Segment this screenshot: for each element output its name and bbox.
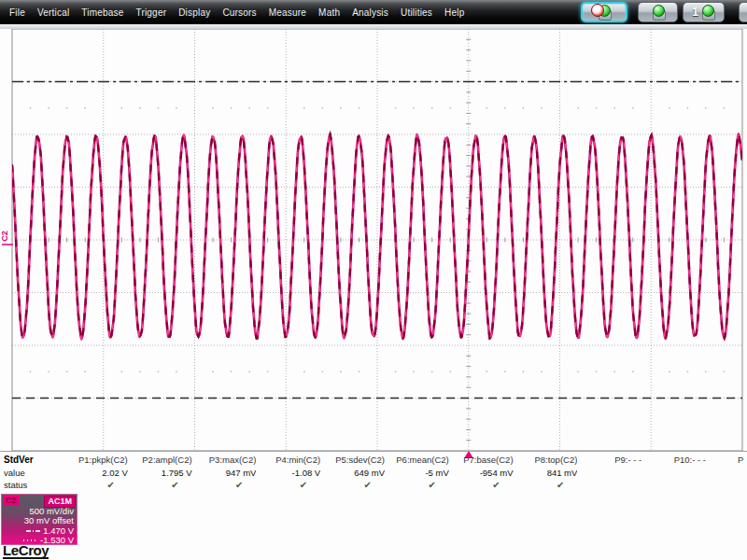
measure-p3-header[interactable]: P3:max(C2) [192, 455, 257, 466]
measure-p11-header-clipped[interactable]: P [738, 455, 743, 465]
menu-items: File Vertical Timebase Trigger Display C… [0, 7, 476, 18]
measure-p2-header[interactable]: P2:ampl(C2) [128, 455, 192, 466]
measure-p4-header[interactable]: P4:min(C2) [256, 455, 320, 466]
measure-p5-status: ✔ [320, 480, 385, 491]
measure-p9-value [577, 468, 641, 479]
measure-p7-header[interactable]: P7:base(C2) [449, 455, 514, 466]
measure-p1-value: 2.02 V [63, 468, 128, 479]
measure-p5-header[interactable]: P5:sdev(C2) [320, 455, 385, 466]
measure-header-row: StdVer P1:pkpk(C2) P2:ampl(C2) P3:max(C2… [0, 455, 747, 466]
measure-status-row: status ✔ ✔ ✔ ✔ ✔ ✔ ✔ ✔ [0, 480, 747, 491]
menu-analysis[interactable]: Analysis [352, 7, 388, 18]
measure-p2-value: 1.795 V [128, 468, 192, 479]
measure-p1-header[interactable]: P1:pkpk(C2) [63, 455, 128, 466]
menu-math[interactable]: Math [318, 7, 340, 18]
measure-p4-value: -1.08 V [256, 468, 320, 479]
measure-p8-value: 841 mV [514, 468, 578, 479]
measure-p10-value [641, 468, 706, 479]
clipped-toolbar-button[interactable] [739, 2, 747, 22]
measure-p4-status: ✔ [256, 480, 320, 491]
measure-p5-value: 649 mV [320, 468, 385, 479]
channel-c2-descriptor[interactable]: C2 AC1M 500 mV/div 30 mV offset 1.470 V … [1, 494, 78, 545]
status-row-label: status [0, 480, 63, 491]
menu-bar: File Vertical Timebase Trigger Display C… [0, 0, 747, 24]
measure-p8-header[interactable]: P8:top(C2) [514, 455, 578, 466]
green-orb-icon [702, 5, 714, 17]
menu-trigger[interactable]: Trigger [135, 7, 166, 18]
timed-capture-button[interactable] [581, 2, 627, 22]
measure-p2-status: ✔ [128, 480, 192, 491]
timed-capture-icon [597, 5, 612, 20]
capture-1-label: 1 [692, 6, 698, 19]
measure-p9-header[interactable]: P9:- - - [577, 455, 641, 466]
menu-cursors[interactable]: Cursors [222, 7, 256, 18]
lecroy-logo: LeCroy [3, 543, 49, 559]
measure-value-row: value 2.02 V 1.795 V 947 mV -1.08 V 649 … [0, 468, 747, 479]
measure-p3-value: 947 mV [192, 468, 257, 479]
menu-file[interactable]: File [9, 7, 25, 18]
channel-trace-label: C2 [0, 231, 13, 245]
dashdot-line-style-icon [26, 530, 40, 532]
channel-badge: C2 [3, 496, 20, 506]
measure-p1-status: ✔ [63, 480, 128, 491]
measure-p9-status [577, 480, 641, 491]
green-orb-icon [653, 5, 665, 17]
measure-p3-status: ✔ [192, 480, 257, 491]
svg-text:C2: C2 [0, 231, 9, 242]
measure-p10-header[interactable]: P10:- - - [641, 455, 706, 466]
graticule-grid [12, 29, 742, 451]
capture-1-button[interactable]: 1 [683, 2, 725, 22]
value-row-label: value [0, 468, 63, 479]
oscilloscope-screen: File Vertical Timebase Trigger Display C… [0, 0, 747, 560]
menu-separator [0, 24, 747, 29]
capture-button[interactable] [638, 2, 678, 22]
menu-help[interactable]: Help [444, 7, 464, 18]
alarm-clock-icon [591, 4, 604, 17]
menu-utilities[interactable]: Utilities [401, 7, 432, 18]
measure-p6-value: -5 mV [385, 468, 449, 479]
measure-p8-status: ✔ [514, 480, 578, 491]
capture-icon [651, 5, 666, 20]
measure-p7-value: -954 mV [449, 468, 514, 479]
measure-table-name: StdVer [0, 455, 63, 466]
measure-p6-status: ✔ [385, 480, 449, 491]
offset-readout: 30 mV offset [24, 516, 74, 525]
measure-p6-header[interactable]: P6:mean(C2) [385, 455, 449, 466]
measure-table: StdVer P1:pkpk(C2) P2:ampl(C2) P3:max(C2… [0, 451, 747, 494]
menu-measure[interactable]: Measure [269, 7, 306, 18]
menu-timebase[interactable]: Timebase [81, 7, 123, 18]
capture-1-icon [700, 5, 715, 20]
measure-p7-status: ✔ [449, 480, 514, 491]
menu-display[interactable]: Display [178, 7, 210, 18]
measure-p10-status [641, 480, 706, 491]
menu-vertical[interactable]: Vertical [37, 7, 69, 18]
